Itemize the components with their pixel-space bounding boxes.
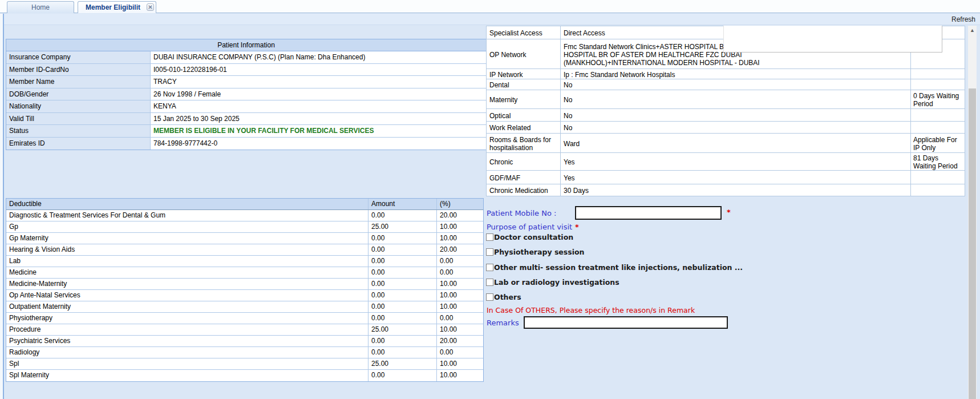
bn-label: Maternity [487, 90, 561, 108]
dd-name: Medicine-Maternity [6, 279, 368, 289]
bn-note: 81 Days Waiting Period [911, 153, 963, 170]
bn-label: OP Network [487, 39, 561, 68]
required-asterisk: * [727, 208, 731, 216]
dd-amount: 0.00 [368, 256, 437, 267]
dd-name: Lab [6, 256, 368, 267]
table-row: Procedure 25.00 10.00 [6, 324, 483, 336]
tab-home[interactable]: Home [7, 1, 74, 13]
empty-popup-overlay [723, 26, 942, 53]
pi-value: 26 Nov 1998 / Female [151, 88, 486, 100]
dd-name: Physiotherapy [6, 313, 368, 324]
pi-value: 784-1998-9777442-0 [151, 138, 486, 150]
remarks-input[interactable] [524, 316, 728, 329]
scroll-up-icon[interactable]: ▲ [968, 26, 977, 35]
bn-value: No [561, 122, 911, 133]
dd-amount: 0.00 [368, 336, 437, 346]
bn-label: Work Related [487, 122, 561, 133]
dd-name: Medicine [6, 267, 368, 278]
patient-information-title: Patient Information [6, 39, 486, 51]
dd-name: Spl Maternity [6, 370, 368, 381]
table-row: Emirates ID 784-1998-9777442-0 [6, 138, 486, 150]
dd-pct: 10.00 [437, 290, 483, 301]
refresh-button[interactable]: Refresh [951, 15, 975, 23]
patient-mobile-input[interactable] [575, 206, 722, 220]
deductible-table: Deductible Amount (%) Diagnostic & Treat… [6, 198, 484, 382]
checkbox-doctor-consultation[interactable] [486, 233, 493, 241]
table-row: Physiotherapy 0.00 0.00 [6, 313, 483, 324]
dd-name: Hearing & Vision Aids [6, 244, 368, 255]
checkbox-other-multi-session[interactable] [486, 264, 493, 271]
dd-pct: 10.00 [437, 370, 483, 381]
pi-label: DOB/Gender [6, 88, 151, 100]
dd-pct: 0.00 [437, 256, 483, 267]
toolbar: Refresh [0, 14, 980, 25]
dd-pct: 20.00 [437, 336, 483, 346]
dd-amount: 0.00 [368, 290, 437, 301]
bn-label: Optical [487, 109, 561, 121]
dd-amount: 0.00 [368, 370, 437, 381]
dd-name: Gp [6, 221, 368, 232]
table-row: Diagnostic & Treatment Services For Dent… [6, 210, 483, 221]
close-icon[interactable]: ✕ [147, 3, 154, 11]
table-row: Chronic Yes 81 Days Waiting Period [487, 153, 965, 171]
checkbox-row: Doctor consultation [486, 232, 573, 241]
bn-note [911, 69, 963, 79]
bn-label: Specialist Access [487, 26, 561, 39]
table-row: Insurance Company DUBAI INSURANCE COMPAN… [6, 51, 486, 64]
patient-information-table: Patient Information Insurance Company DU… [6, 39, 487, 150]
pi-label: Insurance Company [6, 51, 151, 63]
dd-name: Outpatient Maternity [6, 301, 368, 312]
tab-member-eligibility[interactable]: Member Eligibilit ✕ [78, 1, 156, 13]
pi-value: TRACY [151, 76, 486, 88]
bn-note [911, 109, 963, 121]
table-row: Status MEMBER IS ELIGIBLE IN YOUR FACILI… [6, 125, 486, 138]
table-row: DOB/Gender 26 Nov 1998 / Female [6, 88, 486, 101]
purpose-label: Purpose of patient visit [487, 223, 572, 231]
bn-value: No [561, 90, 911, 108]
bn-note: Applicable For IP Only [911, 134, 963, 152]
dd-pct: 0.00 [437, 313, 483, 324]
dd-pct: 20.00 [437, 244, 483, 255]
table-row: Lab 0.00 0.00 [6, 256, 483, 267]
dd-name: Diagnostic & Treatment Services For Dent… [6, 210, 368, 221]
column-header: Amount [368, 199, 437, 209]
column-header: (%) [437, 199, 483, 209]
dd-name: Radiology [6, 347, 368, 358]
dd-name: Procedure [6, 324, 368, 335]
dd-pct: 10.00 [437, 324, 483, 335]
table-row: Maternity No 0 Days Waiting Period [487, 90, 965, 109]
pi-label: Nationality [6, 100, 151, 112]
bn-value: 30 Days [561, 184, 911, 196]
checkbox-label: Doctor consultation [494, 233, 573, 241]
table-row: Outpatient Maternity 0.00 10.00 [6, 301, 483, 313]
tab-member-eligibility-label: Member Eligibilit [86, 3, 148, 11]
bn-note: 0 Days Waiting Period [911, 90, 963, 108]
dd-name: Gp Maternity [6, 233, 368, 244]
tab-home-label: Home [31, 3, 50, 11]
table-row: Psychiatric Services 0.00 20.00 [6, 336, 483, 347]
table-row: Radiology 0.00 0.00 [6, 347, 483, 358]
checkbox-others[interactable] [486, 293, 493, 301]
bn-label: Chronic [487, 153, 561, 170]
bn-note [911, 122, 963, 133]
dd-pct: 10.00 [437, 279, 483, 289]
table-row: Medicine 0.00 0.00 [6, 267, 483, 279]
table-row: Dental No [487, 79, 965, 90]
checkbox-physiotherapy-session[interactable] [486, 248, 493, 256]
table-row: Gp Maternity 0.00 10.00 [6, 233, 483, 244]
pi-value: DUBAI INSURANCE COMPANY (P.S.C) (Plan Na… [151, 51, 486, 63]
dd-pct: 10.00 [437, 358, 483, 369]
bn-label: IP Network [487, 69, 561, 79]
bn-value: Yes [561, 153, 911, 170]
table-row: Rooms & Boards for hospitalisation Ward … [487, 134, 965, 153]
dd-pct: 0.00 [437, 267, 483, 278]
dd-name: Op Ante-Natal Services [6, 290, 368, 301]
checkbox-lab-radiology[interactable] [486, 279, 493, 286]
scrollbar-thumb[interactable] [969, 88, 976, 399]
vertical-scrollbar[interactable]: ▲ [968, 26, 977, 399]
dd-pct: 20.00 [437, 210, 483, 221]
checkbox-row: Others [486, 292, 521, 301]
table-row: Hearing & Vision Aids 0.00 20.00 [6, 244, 483, 256]
table-row: Spl Maternity 0.00 10.00 [6, 370, 483, 381]
bn-value: Yes [561, 171, 911, 184]
